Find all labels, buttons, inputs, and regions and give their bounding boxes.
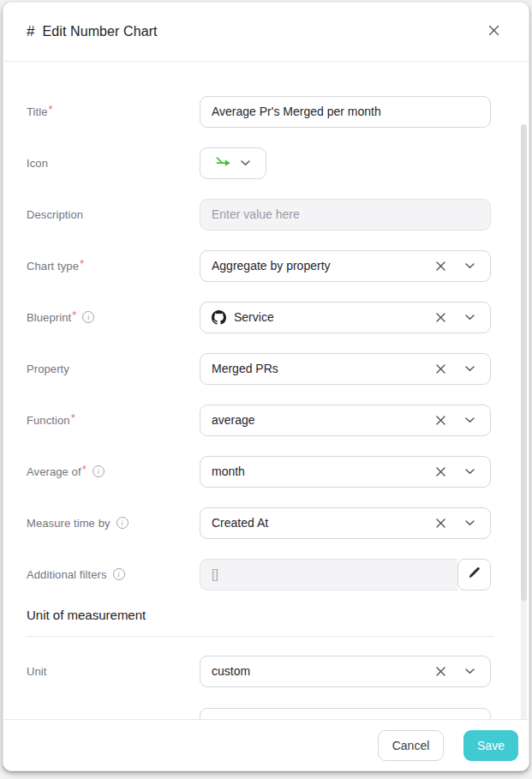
chevron-down-icon[interactable] bbox=[462, 311, 478, 324]
title-input[interactable] bbox=[200, 96, 491, 128]
chart-type-value: Aggregate by property bbox=[212, 259, 432, 273]
chevron-down-icon[interactable] bbox=[462, 665, 478, 678]
info-icon: i bbox=[82, 311, 94, 323]
average-of-select[interactable]: month bbox=[200, 456, 491, 488]
required-asterisk: * bbox=[71, 411, 75, 424]
additional-filters-input: [] bbox=[200, 559, 457, 590]
clear-icon[interactable] bbox=[432, 360, 450, 378]
field-row-blueprint: Blueprint* i Service bbox=[27, 291, 529, 343]
property-label: Property bbox=[27, 363, 69, 375]
chevron-down-icon[interactable] bbox=[462, 363, 478, 375]
scrollbar-track[interactable] bbox=[521, 124, 527, 719]
clear-icon[interactable] bbox=[432, 662, 450, 680]
chevron-down-icon[interactable] bbox=[462, 517, 478, 530]
function-value: average bbox=[212, 413, 432, 427]
field-row-icon: Icon bbox=[27, 137, 529, 189]
measure-time-by-value: Created At bbox=[212, 516, 432, 530]
property-value: Merged PRs bbox=[212, 362, 432, 375]
field-row-function: Function* average bbox=[27, 394, 529, 446]
field-row-unit: Unit custom bbox=[27, 645, 529, 697]
field-row-partial bbox=[27, 708, 529, 719]
additional-filters-label: Additional filters bbox=[27, 568, 107, 581]
merge-arrow-icon bbox=[216, 155, 231, 171]
blueprint-label: Blueprint bbox=[27, 311, 71, 324]
scrollbar-thumb[interactable] bbox=[521, 124, 527, 601]
modal-body: Title* Icon bbox=[3, 62, 529, 719]
edit-filters-button[interactable] bbox=[457, 559, 491, 590]
description-input[interactable]: Enter value here bbox=[200, 199, 491, 231]
field-row-average-of: Average of* i month bbox=[27, 446, 529, 497]
measure-time-by-label: Measure time by bbox=[27, 517, 111, 530]
property-select[interactable]: Merged PRs bbox=[200, 353, 491, 385]
clear-icon[interactable] bbox=[432, 257, 450, 275]
required-asterisk: * bbox=[80, 257, 84, 270]
required-asterisk: * bbox=[49, 103, 53, 116]
measure-time-by-select[interactable]: Created At bbox=[200, 507, 491, 539]
field-row-chart-type: Chart type* Aggregate by property bbox=[27, 240, 529, 291]
number-chart-hash-icon: # bbox=[27, 23, 34, 40]
blueprint-value: Service bbox=[234, 310, 274, 324]
edit-number-chart-modal: # Edit Number Chart Title* Icon bbox=[3, 2, 529, 771]
modal-title: Edit Number Chart bbox=[42, 24, 157, 39]
chevron-down-icon[interactable] bbox=[462, 465, 478, 478]
chevron-down-icon bbox=[241, 160, 250, 166]
section-divider bbox=[27, 636, 494, 637]
section-title-unit-of-measurement: Unit of measurement bbox=[27, 608, 529, 622]
unit-value: custom bbox=[212, 664, 432, 678]
required-asterisk: * bbox=[72, 309, 76, 321]
description-label: Description bbox=[27, 208, 83, 221]
chart-type-select[interactable]: Aggregate by property bbox=[200, 250, 491, 282]
modal-footer: Cancel Save bbox=[3, 719, 529, 770]
title-label: Title bbox=[27, 105, 48, 118]
field-row-description: Description Enter value here bbox=[27, 189, 529, 240]
unit-label: Unit bbox=[27, 665, 47, 678]
field-row-property: Property Merged PRs bbox=[27, 343, 529, 394]
function-select[interactable]: average bbox=[200, 404, 491, 436]
icon-label: Icon bbox=[27, 157, 48, 170]
required-asterisk: * bbox=[82, 463, 87, 476]
save-button[interactable]: Save bbox=[463, 730, 518, 761]
close-button[interactable] bbox=[482, 21, 505, 43]
average-of-value: month bbox=[212, 464, 432, 478]
clear-icon[interactable] bbox=[432, 411, 450, 429]
info-icon: i bbox=[117, 517, 129, 529]
pencil-icon bbox=[468, 566, 481, 582]
function-label: Function bbox=[27, 414, 70, 427]
clear-icon[interactable] bbox=[432, 514, 450, 532]
icon-select[interactable] bbox=[200, 147, 266, 179]
close-icon bbox=[487, 24, 500, 39]
cancel-button[interactable]: Cancel bbox=[378, 730, 444, 761]
field-row-title: Title* bbox=[27, 86, 529, 137]
field-row-additional-filters: Additional filters i [] bbox=[27, 548, 529, 600]
chevron-down-icon[interactable] bbox=[462, 414, 478, 427]
info-icon: i bbox=[113, 568, 125, 580]
info-icon: i bbox=[93, 465, 105, 477]
unit-select[interactable]: custom bbox=[200, 656, 491, 687]
github-icon bbox=[212, 310, 226, 325]
custom-unit-input-partial[interactable] bbox=[200, 708, 491, 719]
clear-icon[interactable] bbox=[432, 463, 450, 481]
field-row-measure-time-by: Measure time by i Created At bbox=[27, 497, 529, 548]
chevron-down-icon[interactable] bbox=[462, 260, 478, 273]
chart-type-label: Chart type bbox=[27, 260, 79, 273]
blueprint-select[interactable]: Service bbox=[200, 302, 491, 333]
modal-header: # Edit Number Chart bbox=[3, 3, 529, 62]
average-of-label: Average of bbox=[27, 465, 81, 478]
clear-icon[interactable] bbox=[432, 309, 450, 327]
